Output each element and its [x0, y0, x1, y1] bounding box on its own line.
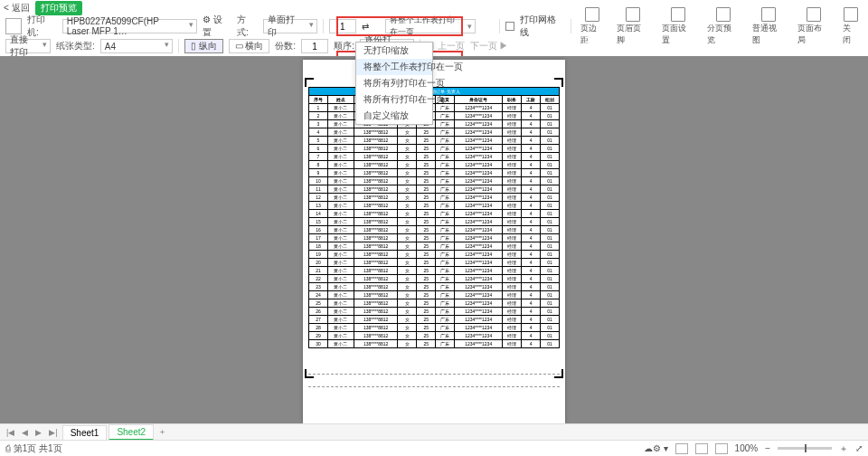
paper-label: 纸张类型: [56, 40, 95, 52]
page-from-input[interactable] [329, 19, 356, 33]
table-row: 16黄小二138****8812女25广东1234****1234经理401 [309, 226, 560, 234]
table-row: 10黄小二138****8812女25广东1234****1234经理401 [309, 177, 560, 185]
margins-button[interactable]: 页边距 [577, 7, 609, 46]
table-row: 30黄小二138****8812女25广东1234****1234经理401 [309, 340, 560, 348]
paper-select[interactable]: A4 [100, 39, 173, 53]
scale-option-none[interactable]: 无打印缩放 [356, 43, 432, 59]
settings-link[interactable]: ⚙ 设置 [203, 14, 231, 39]
copies-label: 份数: [275, 40, 296, 52]
gridlines-label: 打印网格线 [520, 14, 565, 39]
preview-canvas: 2022美妆类销订单·负责人 序号姓名联系方式性别年龄籍贯身份证号职务工龄组别 … [0, 56, 868, 423]
mode-select[interactable]: 单面打印 [263, 19, 317, 33]
table-row: 11黄小二138****8812女25广东1234****1234经理401 [309, 185, 560, 194]
tab-sheet1[interactable]: Sheet1 [62, 425, 108, 440]
printer-select[interactable]: HPB0227A5099CF(HP Laser MFP 1… [62, 19, 198, 33]
table-row: 2黄小二138****8812女25广东1234****1234经理401 [309, 112, 560, 120]
scale-option-fitpage[interactable]: 将整个工作表打印在一页 [356, 59, 432, 75]
table-row: 26黄小二138****8812女25广东1234****1234经理401 [309, 308, 560, 316]
mode-label: 方式: [237, 14, 258, 39]
table-row: 24黄小二138****8812女25广东1234****1234经理401 [309, 291, 560, 299]
table-row: 21黄小二138****8812女25广东1234****1234经理401 [309, 267, 560, 275]
status-bar: ⎙ 第1页 共1页 ☁⚙ ▾ 100% − ＋ ⤢ [0, 440, 868, 456]
order-label: 顺序: [334, 40, 354, 52]
add-sheet-button[interactable]: ＋ [156, 426, 169, 438]
table-row: 9黄小二138****8812女25广东1234****1234经理401 [309, 169, 560, 177]
close-button[interactable]: 关闭 [839, 7, 863, 46]
tab-sheet2[interactable]: Sheet2 [108, 424, 154, 441]
table-header: 姓名 [327, 96, 354, 104]
table-row: 13黄小二138****8812女25广东1234****1234经理401 [309, 202, 560, 210]
view-normal-button[interactable] [675, 443, 688, 454]
fullscreen-button[interactable]: ⤢ [855, 443, 863, 453]
zoom-in-button[interactable]: ＋ [839, 442, 848, 455]
pagesetup-button[interactable]: 页面设置 [658, 7, 698, 46]
table-row: 17黄小二138****8812女25广东1234****1234经理401 [309, 234, 560, 242]
pagelayout-button[interactable]: 页面布局 [794, 7, 834, 46]
toolbar: 打印机: HPB0227A5099CF(HP Laser MFP 1… ⚙ 设置… [0, 16, 868, 57]
headerfooter-button[interactable]: 页眉页脚 [613, 7, 653, 46]
scale-option-fitcols[interactable]: 将所有列打印在一页 [356, 75, 432, 91]
pagebreak-button[interactable]: 分页预览 [703, 7, 743, 46]
view-layout-button[interactable] [715, 443, 728, 454]
table-row: 23黄小二138****8812女25广东1234****1234经理401 [309, 283, 560, 291]
page-preview: 2022美妆类销订单·负责人 序号姓名联系方式性别年龄籍贯身份证号职务工龄组别 … [303, 60, 565, 423]
zoom-value: 100% [735, 443, 759, 453]
next-page-button[interactable]: 下一页 ▶ [470, 40, 509, 52]
sheet-nav-next[interactable]: ▶ [33, 428, 44, 437]
table-row: 12黄小二138****8812女25广东1234****1234经理401 [309, 194, 560, 202]
page-sep: ⇄ [362, 22, 369, 32]
table-row: 19黄小二138****8812女25广东1234****1234经理401 [309, 251, 560, 259]
scale-option-custom[interactable]: 自定义缩放 [356, 108, 432, 124]
table-row: 8黄小二138****8812女25广东1234****1234经理401 [309, 161, 560, 169]
table-row: 14黄小二138****8812女25广东1234****1234经理401 [309, 210, 560, 218]
copies-input[interactable] [301, 39, 328, 53]
table-header: 序号 [309, 96, 328, 104]
scale-option-fitrows[interactable]: 将所有行打印在一页 [356, 91, 432, 108]
page-count: ⎙ 第1页 共1页 [5, 442, 62, 455]
sheet-nav-last[interactable]: ▶| [46, 428, 60, 437]
table-row: 15黄小二138****8812女25广东1234****1234经理401 [309, 218, 560, 226]
table-header: 工龄 [522, 96, 541, 104]
direct-print-select[interactable]: 直接打印 [5, 39, 51, 53]
normalview-button[interactable]: 普通视图 [749, 7, 788, 46]
table-row: 29黄小二138****8812女25广东1234****1234经理401 [309, 332, 560, 340]
table-row: 5黄小二138****8812女25广东1234****1234经理401 [309, 137, 560, 145]
table-header: 组别 [541, 96, 560, 104]
table-row: 18黄小二138****8812女25广东1234****1234经理401 [309, 242, 560, 251]
table-row: 7黄小二138****8812女25广东1234****1234经理401 [309, 153, 560, 161]
sheet-tabs: |◀ ◀ ▶ ▶| Sheet1 Sheet2 ＋ [0, 423, 868, 440]
table-row: 27黄小二138****8812女25广东1234****1234经理401 [309, 316, 560, 324]
gridlines-checkbox[interactable] [505, 22, 514, 31]
table-row: 28黄小二138****8812女25广东1234****1234经理401 [309, 324, 560, 332]
portrait-button[interactable]: ▯ 纵向 [184, 39, 223, 53]
preview-table: 2022美妆类销订单·负责人 序号姓名联系方式性别年龄籍贯身份证号职务工龄组别 … [308, 87, 560, 348]
landscape-button[interactable]: ▭ 横向 [229, 39, 270, 53]
zoom-out-button[interactable]: − [765, 443, 770, 453]
sheet-nav-first[interactable]: |◀ [4, 428, 17, 437]
zoom-slider[interactable] [778, 447, 832, 450]
table-row: 6黄小二138****8812女25广东1234****1234经理401 [309, 145, 560, 153]
table-row: 22黄小二138****8812女25广东1234****1234经理401 [309, 275, 560, 283]
table-header: 身份证号 [455, 96, 503, 104]
view-pagebreak-button[interactable] [695, 443, 708, 454]
scale-select[interactable]: 将整个工作表打印在一页 [385, 19, 476, 33]
table-row: 4黄小二138****8812女25广东1234****1234经理401 [309, 128, 560, 137]
table-header: 职务 [503, 96, 522, 104]
print-icon [5, 18, 22, 34]
cloud-icon[interactable]: ☁⚙ ▾ [644, 443, 668, 453]
table-row: 20黄小二138****8812女25广东1234****1234经理401 [309, 259, 560, 267]
back-link[interactable]: < 返回 [4, 2, 30, 14]
sheet-nav-prev[interactable]: ◀ [19, 428, 31, 437]
table-row: 25黄小二138****8812女25广东1234****1234经理401 [309, 299, 560, 308]
scale-menu: 无打印缩放 将整个工作表打印在一页 将所有列打印在一页 将所有行打印在一页 自定… [355, 42, 433, 125]
table-row: 3黄小二138****8812女25广东1234****1234经理401 [309, 120, 560, 128]
